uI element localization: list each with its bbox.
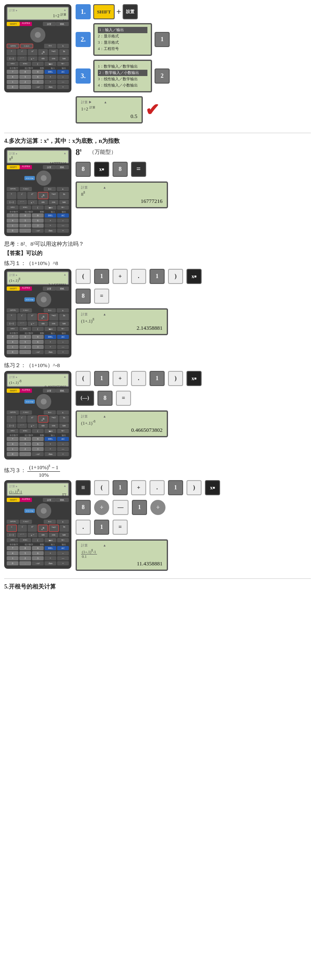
ans-btn-4[interactable]: Ans — [45, 229, 56, 233]
eng-btn[interactable]: ENG — [19, 62, 31, 66]
settings-key[interactable]: 設置 — [123, 4, 138, 19]
cos-btn-4[interactable]: cos — [49, 200, 58, 205]
ex2-key-plus[interactable]: + — [113, 371, 128, 386]
btn-5[interactable]: 5 — [19, 75, 31, 79]
ex3-key-dot2[interactable]: . — [76, 520, 91, 535]
xn-btn[interactable]: xn — [38, 49, 48, 55]
ex2-key-eq[interactable]: = — [116, 391, 131, 406]
ex1-key-rparen[interactable]: ) — [168, 269, 183, 284]
xinv-btn[interactable]: x⁻¹ — [28, 56, 37, 61]
deg-btn[interactable]: ° '' " — [17, 56, 27, 61]
btn-4[interactable]: 4 — [7, 75, 18, 79]
5d-btn[interactable]: 5◆D — [45, 62, 56, 66]
shift-ex1[interactable]: SHIFT — [7, 286, 20, 291]
del-btn[interactable]: DEL — [45, 70, 56, 74]
num-2-key[interactable]: 2 — [155, 68, 170, 84]
ex2-key-xn[interactable]: x■ — [186, 371, 202, 386]
mul-btn[interactable]: × — [45, 75, 56, 79]
neg-btn[interactable]: (—) — [7, 56, 16, 61]
shift-btn[interactable]: SHIFT — [7, 22, 20, 26]
btn-6[interactable]: 6 — [32, 75, 44, 79]
sqrt-btn[interactable]: √ — [17, 49, 27, 55]
settings-ex1[interactable]: 設置 — [43, 286, 56, 291]
btn-2-4[interactable]: 2 — [19, 223, 31, 228]
5d-btn-4[interactable]: 5◆D — [45, 205, 56, 210]
eq-btn-4[interactable]: = — [57, 229, 69, 233]
div-btn[interactable]: ÷ — [57, 75, 69, 79]
dpad-4[interactable] — [36, 171, 51, 186]
add-btn[interactable]: + — [45, 80, 56, 84]
settings-btn-4[interactable]: 設置 — [43, 165, 56, 169]
ex3-key-lparen[interactable]: ( — [94, 480, 109, 495]
mplus-btn[interactable]: M+ — [57, 62, 69, 66]
ex1-key-8[interactable]: 8 — [76, 289, 91, 304]
key-eq-4[interactable]: = — [131, 162, 146, 177]
dot-btn[interactable]: . — [19, 85, 31, 89]
btn-0[interactable]: 0 — [7, 85, 18, 89]
eng-btn-4[interactable]: ENG — [19, 205, 31, 210]
btn-7[interactable]: 7 — [7, 70, 18, 74]
exp-btn-4[interactable]: ×10ˣ — [32, 229, 44, 233]
ex2-key-lparen[interactable]: ( — [76, 371, 91, 386]
calc-btn-4[interactable]: CALC — [20, 187, 32, 191]
btn-0-4[interactable]: 0 — [7, 229, 18, 233]
ex3-key-dot[interactable]: . — [150, 480, 165, 495]
del-btn-4[interactable]: DEL — [45, 213, 56, 218]
sub-btn[interactable]: — — [57, 80, 69, 84]
btn-8-4[interactable]: 8 — [19, 213, 31, 218]
solve-ex1[interactable]: SOLVE▸ — [24, 297, 35, 302]
ex3-key-plus[interactable]: + — [131, 480, 146, 495]
ex1-key-lparen[interactable]: ( — [76, 269, 91, 284]
ex1-key-1a[interactable]: 1 — [94, 269, 109, 284]
solve-btn[interactable]: SOLVE▸ — [24, 176, 35, 180]
dot-btn-4[interactable]: . — [19, 229, 31, 233]
ex2-key-dot[interactable]: . — [131, 371, 146, 386]
btn-3[interactable]: 3 — [32, 80, 44, 84]
key-8-a[interactable]: 8 — [76, 162, 91, 177]
ex1-key-xn[interactable]: x■ — [186, 269, 202, 284]
menu-btn[interactable]: ≡ — [7, 49, 16, 55]
btn-9[interactable]: 9 — [32, 70, 44, 74]
deg-btn-4[interactable]: ° '' " — [17, 200, 27, 205]
btn-7-4[interactable]: 7 — [7, 213, 18, 218]
ex3-key-1c[interactable]: 1 — [132, 500, 147, 515]
btn-8[interactable]: 8 — [19, 70, 31, 74]
btn-2[interactable]: 2 — [19, 80, 31, 84]
ex1-key-dot[interactable]: . — [131, 269, 146, 284]
shift-key[interactable]: SHIFT — [93, 4, 115, 19]
ex3-key-rparen[interactable]: ) — [186, 480, 202, 495]
x2-btn-4[interactable]: x² — [27, 192, 37, 199]
xinv-btn-4[interactable]: x⁻¹ — [28, 200, 37, 205]
optn-btn-4[interactable]: OPTN — [7, 187, 19, 191]
log-ex3[interactable]: log() — [49, 525, 59, 532]
dpad[interactable] — [30, 27, 45, 42]
ac-btn-4[interactable]: AC — [57, 213, 69, 218]
sin-btn-4[interactable]: sin — [38, 200, 48, 205]
x-btn[interactable]: x — [57, 44, 69, 48]
settings-btn[interactable]: 設置 — [43, 22, 56, 26]
alpha-ex1[interactable]: ALPHA — [20, 286, 32, 291]
btn-4-4[interactable]: 4 — [7, 218, 18, 223]
btn-5-4[interactable]: 5 — [19, 218, 31, 223]
add-btn-4[interactable]: + — [45, 223, 56, 228]
shift-btn-4[interactable]: SHIFT — [7, 165, 20, 169]
key-xn-1[interactable]: x■ — [94, 162, 109, 177]
xn-ex2[interactable]: xn — [38, 415, 48, 423]
exp-btn[interactable]: ×10ˣ — [32, 85, 44, 89]
ex3-key-minus[interactable]: — — [113, 500, 129, 515]
calc-btn-key[interactable]: CALC — [20, 44, 33, 48]
sqrt-btn-4[interactable]: √ — [17, 192, 27, 199]
ex2-key-1a[interactable]: 1 — [94, 371, 109, 386]
x-btn-4[interactable]: x — [57, 187, 69, 191]
div-btn-4[interactable]: ÷ — [57, 218, 69, 223]
btn-9-4[interactable]: 9 — [32, 213, 44, 218]
log-btn[interactable]: log() — [49, 49, 58, 55]
ex3-key-1d[interactable]: 1 — [94, 520, 109, 535]
power-ex1[interactable]: 開机 — [56, 286, 69, 291]
power-btn[interactable]: 開机 — [56, 22, 69, 26]
ex3-key-1a[interactable]: 1 — [113, 480, 128, 495]
ex3-key-div-circle-2[interactable]: ÷ — [150, 500, 165, 515]
sto-btn-4[interactable]: STO — [7, 205, 18, 210]
ln-btn[interactable]: ln — [59, 49, 69, 55]
alpha-btn[interactable]: ALPHA — [20, 22, 32, 26]
